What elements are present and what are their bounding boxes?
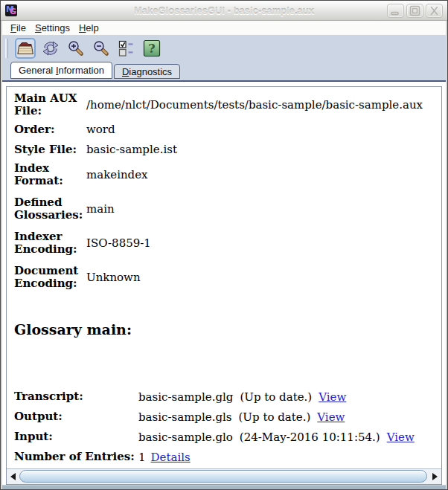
file-status: (24-May-2016 10:11:54.)	[240, 431, 380, 444]
file-value: basic-sample.glo (24-May-2016 10:11:54.)…	[138, 431, 435, 444]
horizontal-scrollbar	[7, 468, 441, 484]
scroll-right-button[interactable]	[429, 469, 441, 484]
menu-file[interactable]: File	[6, 22, 31, 33]
minimize-icon	[388, 5, 403, 16]
file-value: basic-sample.gls (Up to date.) View	[138, 410, 435, 424]
field-label: Style File:	[14, 144, 86, 156]
zoom-out-button[interactable]	[91, 38, 112, 59]
field-value: Unknown	[86, 271, 435, 284]
field-value: /home/nlct/Documents/tests/basic-sample/…	[86, 98, 435, 112]
field-label: Defined Glossaries:	[14, 196, 86, 222]
maximize-icon	[408, 5, 422, 16]
entries-count: 1	[138, 451, 146, 464]
menubar: File Settings Help	[2, 21, 446, 35]
menu-help[interactable]: Help	[74, 22, 103, 33]
window-body: File Settings Help	[1, 21, 447, 489]
file-name: basic-sample.gls	[138, 410, 232, 424]
tab-general-information[interactable]: General Information	[10, 62, 112, 79]
open-folder-icon	[16, 39, 34, 57]
window-title: MakeGlossariesGUI - basic-sample.aux	[1, 5, 447, 16]
view-transcript-link[interactable]: View	[319, 390, 346, 404]
entries-value: 1 Details	[138, 451, 435, 464]
field-row: Indexer Encoding: ISO-8859-1	[14, 231, 435, 256]
file-status: (Up to date.)	[239, 410, 311, 424]
field-value: ISO-8859-1	[86, 236, 435, 250]
field-row: Order: word	[14, 122, 435, 137]
reload-button[interactable]	[40, 38, 61, 59]
field-value: makeindex	[86, 168, 435, 181]
field-row: Main AUX File: /home/nlct/Documents/test…	[14, 92, 435, 117]
scrollpane: Main AUX File: /home/nlct/Documents/test…	[6, 86, 442, 485]
file-name: basic-sample.glo	[138, 431, 233, 444]
viewport: Main AUX File: /home/nlct/Documents/test…	[7, 87, 441, 468]
glossary-heading: Glossary main:	[14, 321, 435, 338]
maximize-button[interactable]	[406, 4, 423, 18]
open-button[interactable]	[15, 38, 36, 59]
zoom-out-icon	[92, 39, 110, 57]
close-button[interactable]	[426, 4, 443, 18]
field-label: Index Format:	[14, 162, 86, 187]
svg-text:?: ?	[148, 42, 155, 56]
app-icon-letter-g: G	[10, 7, 16, 16]
scroll-left-icon	[10, 473, 16, 480]
window-resize-edge[interactable]	[2, 485, 446, 489]
scrollbar-track[interactable]	[19, 469, 429, 484]
properties-button[interactable]	[116, 38, 137, 59]
field-row: Index Format: makeindex	[14, 162, 435, 187]
checklist-icon	[118, 39, 135, 57]
file-status: (Up to date.)	[240, 390, 312, 404]
file-row: Output: basic-sample.gls (Up to date.) V…	[14, 409, 435, 425]
field-row: Document Encoding: Unknown	[14, 265, 435, 290]
makeglossariesgui-window: M G MakeGlossariesGUI - basic-sample.aux	[0, 0, 448, 490]
scroll-right-icon	[432, 473, 438, 480]
window-controls	[387, 4, 443, 18]
file-label: Transcript:	[14, 390, 138, 403]
field-label: Order:	[14, 123, 86, 136]
menu-settings[interactable]: Settings	[31, 22, 74, 33]
details-link[interactable]: Details	[151, 451, 191, 464]
field-value: basic-sample.ist	[86, 143, 435, 156]
view-input-link[interactable]: View	[387, 431, 415, 444]
field-row: Defined Glossaries: main	[14, 196, 435, 222]
file-label: Output:	[14, 410, 138, 423]
zoom-in-icon	[67, 39, 85, 57]
file-value: basic-sample.glg (Up to date.) View	[138, 390, 435, 404]
view-output-link[interactable]: View	[317, 410, 345, 424]
tabstrip: General Information Diagnostics	[2, 62, 446, 82]
file-row: Input: basic-sample.glo (24-May-2016 10:…	[14, 429, 435, 445]
entries-label: Number of Entries:	[14, 451, 138, 463]
field-value: main	[86, 202, 435, 216]
minimize-button[interactable]	[387, 4, 404, 18]
toolbar: ?	[2, 35, 446, 62]
app-icon: M G	[5, 4, 17, 16]
help-button[interactable]: ?	[141, 38, 162, 59]
titlebar: M G MakeGlossariesGUI - basic-sample.aux	[1, 1, 447, 21]
entries-row: Number of Entries: 1 Details	[14, 449, 435, 465]
field-label: Document Encoding:	[14, 265, 86, 290]
scrollbar-thumb[interactable]	[19, 470, 427, 483]
help-icon: ?	[143, 39, 161, 57]
general-information-panel: Main AUX File: /home/nlct/Documents/test…	[2, 82, 446, 485]
glossary-files: Transcript: basic-sample.glg (Up to date…	[14, 389, 435, 465]
close-icon	[427, 5, 441, 16]
field-label: Main AUX File:	[14, 92, 86, 117]
field-row: Style File: basic-sample.ist	[14, 142, 435, 157]
scroll-left-button[interactable]	[7, 469, 19, 484]
file-label: Input:	[14, 431, 138, 443]
file-name: basic-sample.glg	[138, 390, 233, 404]
field-label: Indexer Encoding:	[14, 231, 86, 256]
toolbar-drag-handle[interactable]	[5, 39, 8, 58]
zoom-in-button[interactable]	[65, 38, 86, 59]
field-value: word	[86, 123, 435, 136]
reload-icon	[42, 39, 60, 57]
file-row: Transcript: basic-sample.glg (Up to date…	[14, 389, 435, 404]
tab-diagnostics[interactable]: Diagnostics	[114, 64, 180, 79]
